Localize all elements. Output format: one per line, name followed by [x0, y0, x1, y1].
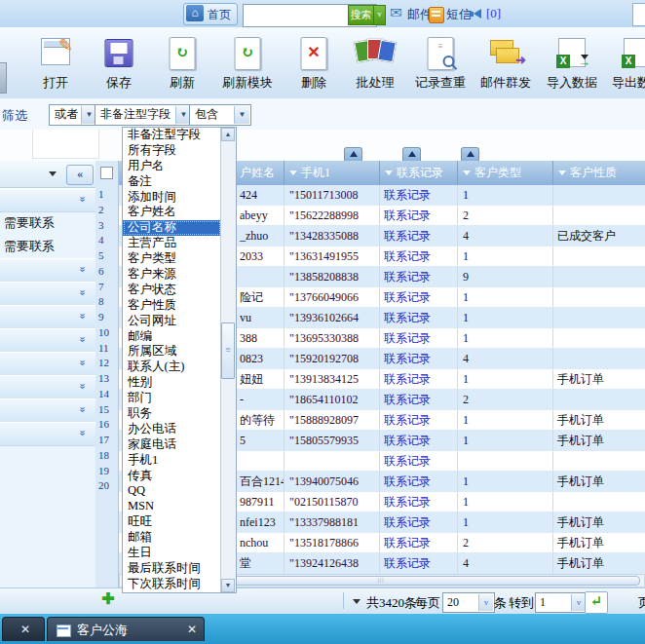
chevron-down-icon[interactable] [353, 599, 360, 604]
expand-chevron-icon[interactable]: » [76, 314, 91, 320]
dropdown-option[interactable]: 添加时间 [123, 190, 221, 206]
scroll-up-icon[interactable]: ▲ [221, 128, 235, 141]
dropdown-option[interactable]: 所属区域 [123, 344, 221, 360]
search-options-dropdown-icon[interactable]: v [373, 5, 386, 25]
sort-indicator-tab[interactable] [461, 147, 479, 162]
dropdown-option[interactable]: 部门 [123, 391, 221, 406]
dropdown-option[interactable]: 主营产品 [123, 236, 221, 251]
chevron-down-icon[interactable]: ▼ [234, 106, 249, 124]
dropdown-option[interactable]: 公司网址 [123, 314, 221, 329]
dropdown-option[interactable]: 公司名称 [123, 220, 221, 236]
logic-combo[interactable]: 或者▼ [49, 104, 98, 126]
dropdown-option[interactable]: 邮编 [123, 329, 221, 345]
contact-record-link[interactable]: 联系记录 [380, 226, 458, 246]
contact-record-link[interactable]: 联系记录 [380, 390, 458, 409]
dropdown-option[interactable]: 客户来源 [123, 267, 221, 283]
contact-record-link[interactable]: 联系记录 [380, 472, 458, 491]
dropdown-option[interactable]: 下次联系时间 [123, 577, 221, 592]
dropdown-option[interactable]: 联系人(主) [123, 360, 221, 375]
dropdown-option[interactable]: 客户类型 [123, 251, 221, 267]
scroll-down-icon[interactable]: ▼ [221, 579, 235, 592]
contact-record-link[interactable]: 联系记录 [380, 369, 458, 389]
dropdown-option[interactable]: 邮箱 [123, 530, 221, 546]
refresh-module-button[interactable]: ↻ 刷新模块 [214, 35, 281, 94]
expand-chevron-icon[interactable]: » [76, 360, 91, 366]
dropdown-option[interactable]: 客户姓名 [123, 205, 221, 220]
tab-customer-pool[interactable]: 客户公海 ✕ [47, 617, 205, 641]
select-all-checkbox[interactable] [100, 167, 113, 179]
dropdown-option[interactable]: 传真 [123, 469, 221, 484]
dropdown-option[interactable]: 备注 [123, 174, 221, 190]
expand-chevron-icon[interactable]: » [76, 290, 91, 296]
sidebar-section[interactable]: » [0, 305, 95, 329]
filter-arrow-icon[interactable] [385, 170, 393, 175]
sms-link[interactable]: 短信 [446, 6, 472, 23]
contact-record-link[interactable]: 联系记录 [380, 328, 458, 348]
column-header-record[interactable]: 联系记录 [380, 161, 458, 184]
save-button[interactable]: 保存 [90, 35, 148, 94]
dropdown-option[interactable]: 职务 [123, 406, 221, 422]
expand-chevron-icon[interactable]: » [76, 407, 91, 413]
scrollbar-thumb[interactable]: ≡ [221, 322, 235, 379]
chevron-down-icon[interactable] [49, 171, 57, 176]
filter-arrow-icon[interactable] [463, 170, 471, 175]
sidebar-section[interactable]: » [0, 398, 95, 423]
sidebar-section[interactable]: » [0, 188, 95, 212]
dropdown-option[interactable]: 手机1 [123, 453, 221, 469]
contact-record-link[interactable]: 联系记录 [380, 287, 458, 307]
expand-chevron-icon[interactable]: » [76, 384, 91, 390]
sort-indicator-tab[interactable] [402, 147, 421, 162]
column-header-type[interactable]: 客户类型 [458, 161, 553, 184]
expand-chevron-icon[interactable]: » [76, 431, 91, 436]
chevron-down-icon[interactable]: v [478, 594, 493, 611]
add-condition-button[interactable]: ✚ [99, 590, 117, 608]
home-button[interactable]: ⌂ 首页 [183, 3, 238, 25]
field-combo[interactable]: 非备注型字段▼ [95, 104, 193, 126]
sidebar-section[interactable]: » [0, 328, 95, 353]
sidebar-section[interactable]: » [0, 352, 95, 376]
sidebar-view-selector[interactable]: « [0, 161, 95, 188]
contact-record-link[interactable]: 联系记录 [380, 308, 458, 327]
contact-record-link[interactable]: 联系记录 [380, 533, 458, 552]
expand-chevron-icon[interactable]: » [76, 267, 91, 273]
close-icon[interactable]: ✕ [20, 622, 30, 637]
dropdown-option[interactable]: MSN [123, 499, 221, 514]
dropdown-option[interactable]: 用户名 [123, 159, 221, 174]
dropdown-option[interactable]: 所有字段 [123, 143, 221, 159]
filter-arrow-icon[interactable] [289, 170, 297, 175]
contact-record-link[interactable]: 联系记录 [380, 349, 458, 368]
sidebar-item-need-contact[interactable]: 需要联系 [4, 213, 94, 233]
dropdown-option[interactable]: 最后联系时间 [123, 561, 221, 577]
sidebar-item-need-contact[interactable]: 需要联系 [4, 237, 94, 256]
contact-record-link[interactable]: 联系记录 [380, 431, 458, 450]
contact-record-link[interactable]: 联系记录 [380, 185, 458, 205]
operator-combo[interactable]: 包含▼ [189, 104, 251, 126]
mass-mail-button[interactable]: ➜ 邮件群发 [474, 35, 537, 94]
contact-record-link[interactable]: 联系记录 [380, 246, 458, 266]
column-header-phone[interactable]: 手机1 [285, 161, 380, 184]
contact-record-link[interactable]: 联系记录 [380, 410, 458, 430]
expand-chevron-icon[interactable]: » [76, 197, 91, 203]
delete-button[interactable]: ✕ 删除 [285, 35, 343, 94]
collapse-sidebar-button[interactable]: « [66, 165, 94, 185]
dropdown-option[interactable]: 性别 [123, 375, 221, 391]
go-to-page-button[interactable]: ↵ [585, 591, 608, 614]
sidebar-section[interactable]: » [0, 422, 95, 446]
dropdown-option[interactable]: 客户性质 [123, 298, 221, 314]
import-data-button[interactable]: X→ 导入数据 [541, 35, 603, 94]
expand-chevron-icon[interactable]: » [76, 337, 91, 343]
export-data-button[interactable]: X↘ 导出数据 [606, 35, 645, 94]
dropdown-option[interactable]: 客户状态 [123, 283, 221, 298]
sidebar-section[interactable]: » [0, 282, 95, 306]
dropdown-option[interactable]: 非备注型字段 [123, 128, 221, 143]
contact-record-link[interactable]: 联系记录 [380, 206, 458, 225]
dropdown-option[interactable]: QQ [123, 483, 221, 499]
dedupe-button[interactable]: ≡ 记录查重 [409, 35, 472, 94]
sort-indicator-tab[interactable] [344, 147, 362, 162]
global-search-button[interactable]: 搜索 [348, 5, 374, 25]
close-icon[interactable]: ✕ [187, 622, 197, 637]
refresh-button[interactable]: ↻ 刷新 [153, 35, 211, 94]
column-header-nature[interactable]: 客户性质 [553, 161, 645, 184]
chevron-down-icon[interactable]: v [571, 594, 586, 611]
open-button[interactable]: ✎ 打开 [26, 35, 85, 94]
